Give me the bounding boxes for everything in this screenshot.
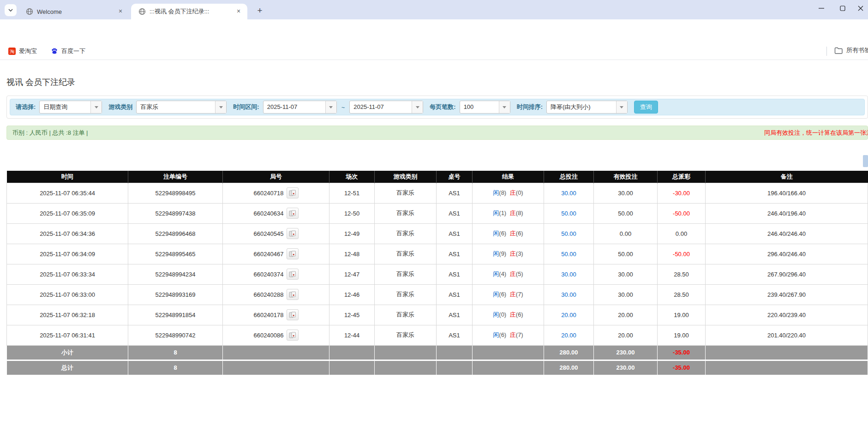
cell-note: 220.40/239.40: [706, 305, 868, 325]
cell-time: 2025-11-07 06:31:41: [7, 325, 128, 345]
column-header-8: 有效投注: [594, 171, 658, 183]
round-detail-button[interactable]: [287, 269, 299, 280]
window-minimize-button[interactable]: [811, 0, 832, 17]
per-page-select[interactable]: 100: [460, 101, 510, 114]
search-button[interactable]: 查询: [634, 101, 658, 114]
cell-valid-bet: 20.00: [594, 325, 658, 345]
total-bet-link[interactable]: 30.00: [561, 190, 576, 197]
cell-result: 闲(4) 庄(5): [473, 264, 544, 284]
round-detail-icon: [289, 210, 296, 216]
globe-icon: [138, 8, 146, 15]
column-header-4: 游戏类别: [375, 171, 437, 183]
cell-result: 闲(6) 庄(6): [473, 223, 544, 244]
cell-game: 百家乐: [375, 284, 437, 305]
cell-total-bet: 50.00: [544, 244, 594, 264]
round-detail-button[interactable]: [287, 289, 299, 300]
sort-select[interactable]: 降幂(由大到小): [546, 101, 628, 114]
total-bet-link[interactable]: 50.00: [561, 210, 576, 217]
chevron-down-icon[interactable]: [215, 101, 226, 113]
date-range-label: 时间区间:: [233, 103, 259, 111]
total-bet-link[interactable]: 30.00: [561, 271, 576, 278]
date-from-value: 2025-11-07: [263, 101, 325, 113]
table-row: 2025-11-07 06:35:09522948997438660240634…: [7, 203, 868, 223]
chevron-down-icon[interactable]: [325, 101, 336, 113]
cell-result: 闲(9) 庄(3): [473, 244, 544, 264]
chevron-down-icon[interactable]: [90, 101, 102, 113]
cell-time: 2025-11-07 06:35:09: [7, 203, 128, 223]
cell-session: 12-46: [329, 284, 375, 305]
total-bet-link[interactable]: 20.00: [561, 332, 576, 339]
round-detail-button[interactable]: [287, 228, 299, 239]
scrollbar-thumb[interactable]: [863, 155, 868, 167]
cell-valid-bet: 50.00: [594, 244, 658, 264]
bookmark-aitaobao[interactable]: 淘 爱淘宝: [8, 46, 37, 56]
column-header-6: 结果: [473, 171, 544, 183]
date-from-select[interactable]: 2025-11-07: [263, 101, 337, 114]
tab-welcome[interactable]: Welcome ×: [18, 4, 129, 19]
query-type-select[interactable]: 日期查询: [39, 101, 102, 114]
round-detail-button[interactable]: [287, 248, 299, 259]
cell-payout: 19.00: [658, 305, 706, 325]
cell-result: 闲(0) 庄(6): [473, 305, 544, 325]
bet-records-table: 时间注单编号局号场次游戏类别桌号结果总投注有效投注总派彩备注 2025-11-0…: [6, 171, 868, 375]
window-close-button[interactable]: [853, 0, 868, 17]
cell-session: 12-51: [329, 183, 375, 203]
round-detail-icon: [289, 332, 296, 338]
cell-round: 660240545: [223, 223, 329, 244]
column-header-5: 桌号: [437, 171, 473, 183]
cell-session: 12-44: [329, 325, 375, 345]
cell-payout: 0.00: [658, 223, 706, 244]
folder-icon: [834, 47, 843, 54]
cell-valid-bet: 30.00: [594, 264, 658, 284]
per-page-value: 100: [460, 101, 499, 113]
all-bookmarks-button[interactable]: 所有书签: [834, 46, 868, 54]
cell-bet-id: 522948998495: [128, 183, 223, 203]
round-detail-button[interactable]: [287, 309, 299, 320]
footer-payout: -35.00: [658, 345, 706, 360]
cell-time: 2025-11-07 06:34:09: [7, 244, 128, 264]
date-to-select[interactable]: 2025-11-07: [349, 101, 423, 114]
close-icon[interactable]: ×: [234, 7, 243, 16]
round-detail-button[interactable]: [287, 330, 299, 341]
total-bet-link[interactable]: 20.00: [561, 312, 576, 318]
cell-result: 闲(6) 庄(7): [473, 284, 544, 305]
browser-tabstrip: Welcome × :::视讯 会员下注纪录::: × +: [0, 0, 868, 19]
cell-table: AS1: [437, 325, 473, 345]
total-bet-link[interactable]: 30.00: [561, 291, 576, 298]
footer-count: 8: [128, 360, 223, 375]
cell-total-bet: 50.00: [544, 203, 594, 223]
tab-title: Welcome: [37, 8, 114, 15]
close-icon[interactable]: ×: [116, 7, 125, 16]
cell-game: 百家乐: [375, 325, 437, 345]
total-bet-link[interactable]: 50.00: [561, 230, 576, 237]
cell-bet-id: 522948996468: [128, 223, 223, 244]
cell-total-bet: 50.00: [544, 223, 594, 244]
window-maximize-button[interactable]: [832, 0, 853, 17]
cell-bet-id: 522948997438: [128, 203, 223, 223]
cell-game: 百家乐: [375, 264, 437, 284]
bookmarks-divider: [826, 47, 827, 56]
cell-note: 246.40/196.40: [706, 203, 868, 223]
cell-note: 296.40/246.40: [706, 244, 868, 264]
new-tab-button[interactable]: +: [254, 5, 266, 17]
table-row: 2025-11-07 06:34:36522948996468660240545…: [7, 223, 868, 244]
chevron-down-icon[interactable]: [412, 101, 423, 113]
browser-toolbar: ← → ⟳ ⌂ 66cxkj98.com/ipl/portal.php/game…: [0, 19, 868, 42]
globe-icon: [26, 8, 33, 15]
cell-table: AS1: [437, 264, 473, 284]
chevron-down-icon[interactable]: [499, 101, 510, 113]
cell-time: 2025-11-07 06:33:34: [7, 264, 128, 284]
total-bet-link[interactable]: 50.00: [561, 251, 576, 258]
cell-round: 660240374: [223, 264, 329, 284]
chevron-down-icon[interactable]: [616, 101, 627, 113]
tab-bet-records[interactable]: :::视讯 会员下注纪录::: ×: [131, 4, 247, 19]
summary-bar: 币别 : 人民币 | 总共 :8 注单 | 同局有效投注，统一计算在该局第一张注…: [6, 126, 868, 140]
bookmark-baidu[interactable]: 百度一下: [51, 46, 85, 56]
round-detail-button[interactable]: [287, 187, 299, 198]
cell-game: 百家乐: [375, 305, 437, 325]
footer-payout: -35.00: [658, 360, 706, 375]
tab-search-chevron-icon[interactable]: [5, 4, 17, 16]
round-detail-button[interactable]: [287, 208, 299, 219]
game-type-select[interactable]: 百家乐: [136, 101, 227, 114]
column-header-2: 局号: [223, 171, 329, 183]
